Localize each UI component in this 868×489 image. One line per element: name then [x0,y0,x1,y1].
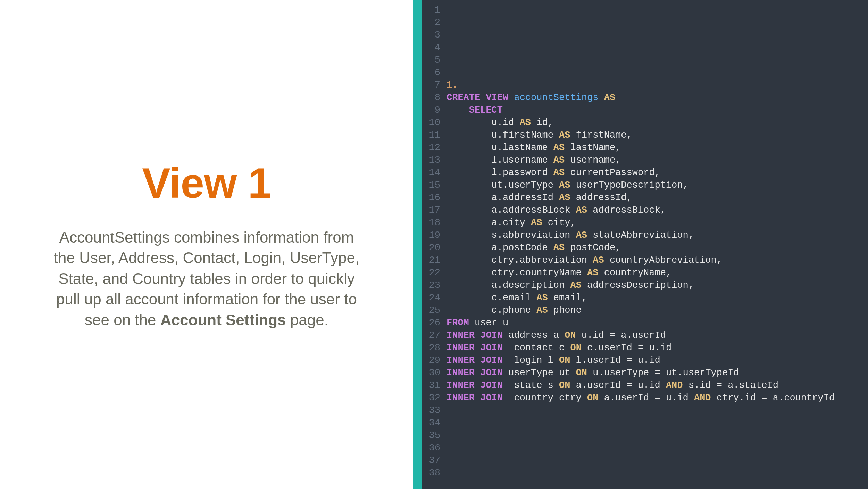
line-number: 29 [422,354,440,367]
line-number: 17 [422,204,440,217]
code-token: INNER JOIN [446,393,503,403]
line-number: 21 [422,254,440,267]
code-token: ut.userType [446,180,559,190]
line-number: 35 [422,430,440,442]
code-line: l.password AS currentPassword, [446,167,868,179]
code-token: id, [531,117,553,128]
line-number: 2 [422,17,440,29]
line-number: 1 [422,4,440,17]
code-line: s.abbreviation AS stateAbbreviation, [446,229,868,242]
code-token: AS [553,155,565,165]
code-token: AND [694,393,711,403]
line-number: 13 [422,154,440,167]
slide-text-panel: View 1 AccountSettings combines informat… [0,0,413,489]
code-token: l.userId = u.id [570,355,660,366]
code-line [446,29,868,42]
code-token: ON [587,393,598,403]
code-line [446,467,868,480]
code-token: stateAbbreviation, [587,230,694,241]
code-line [446,405,868,417]
code-token: a.addressBlock [446,205,576,215]
line-number: 26 [422,317,440,329]
code-token: state s [503,380,559,391]
line-number: 23 [422,279,440,292]
code-line [446,455,868,467]
line-number-gutter: 1234567891011121314151617181920212223242… [422,4,446,489]
code-token: AS [553,243,565,253]
code-token: u.userType = ut.userTypeId [587,368,739,378]
code-line: INNER JOIN contact c ON c.userId = u.id [446,342,868,354]
code-line [446,54,868,67]
code-line: c.phone AS phone [446,304,868,317]
code-token: AS [570,280,581,291]
code-token: contact c [503,343,570,353]
line-number: 22 [422,267,440,279]
line-number: 3 [422,29,440,42]
code-line [446,417,868,430]
code-line: a.addressId AS addressId, [446,192,868,204]
code-token: accountSettings [514,92,598,103]
code-line: a.addressBlock AS addressBlock, [446,204,868,217]
line-number: 4 [422,42,440,54]
code-token: AS [604,92,615,103]
code-line: ut.userType AS userTypeDescription, [446,179,868,192]
line-number: 11 [422,129,440,142]
code-token: ON [559,355,570,366]
slide-title: View 1 [142,159,271,207]
code-token: INNER JOIN [446,355,503,366]
code-token: l.password [446,168,553,178]
code-token: ctry.abbreviation [446,255,593,266]
code-token: userType ut [503,368,576,378]
code-token: country ctry [503,393,587,403]
line-number: 7 [422,79,440,92]
code-token: AS [576,205,587,215]
code-line: ctry.abbreviation AS countryAbbreviation… [446,254,868,267]
code-token: c.email [446,293,536,303]
code-token: INNER JOIN [446,343,503,353]
code-token: u.id = a.userId [576,330,666,341]
line-number: 18 [422,217,440,229]
code-token: ON [559,380,570,391]
code-token: a.postCode [446,243,553,253]
line-number: 38 [422,467,440,480]
line-number: 5 [422,54,440,67]
line-number: 14 [422,167,440,179]
slide-description-post: page. [286,311,328,328]
code-line: SELECT [446,104,868,117]
slide-description-bold: Account Settings [160,311,286,328]
code-line: INNER JOIN address a ON u.id = a.userId [446,329,868,342]
line-number: 30 [422,367,440,380]
divider-bar [413,0,422,489]
line-number: 25 [422,304,440,317]
code-token: AS [536,293,548,303]
code-token: s.id = a.stateId [683,380,778,391]
code-token: phone [548,305,582,316]
code-line: c.email AS email, [446,292,868,304]
code-token: ON [565,330,576,341]
code-token: AS [531,218,542,228]
code-token: lastName, [565,142,621,153]
code-token: INNER JOIN [446,380,503,391]
code-line [446,4,868,17]
code-token: c.userId = u.id [582,343,671,353]
code-token: a.description [446,280,570,291]
code-token: username, [565,155,621,165]
code-token: u.id [446,117,520,128]
code-token: currentPassword, [565,168,660,178]
code-line: u.id AS id, [446,117,868,129]
code-panel: 1234567891011121314151617181920212223242… [422,0,868,489]
code-token: addressBlock, [587,205,666,215]
code-token [446,105,469,115]
code-token: u.firstName [446,130,559,140]
code-line: 1. [446,79,868,92]
code-line [446,17,868,29]
slide-description: AccountSettings combines information fro… [52,227,361,330]
code-token: addressDescription, [582,280,694,291]
code-token: address a [503,330,565,341]
code-line: l.username AS username, [446,154,868,167]
code-line [446,42,868,54]
code-token: email, [548,293,587,303]
code-line [446,442,868,455]
code-line: INNER JOIN userType ut ON u.userType = u… [446,367,868,380]
line-number: 34 [422,417,440,430]
